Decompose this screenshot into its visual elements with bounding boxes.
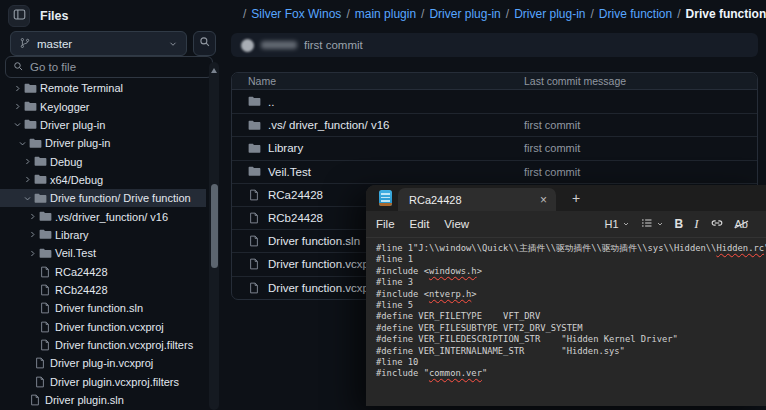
tree-item-label: Veil.Test — [55, 247, 96, 259]
sidebar-scrollbar[interactable] — [209, 62, 219, 410]
chevron-down-icon[interactable] — [13, 120, 24, 129]
scroll-up-arrow[interactable] — [211, 68, 217, 73]
file-explorer-panel: Files master Go to file Remote TerminalK… — [0, 0, 224, 410]
new-tab-button[interactable]: + — [566, 188, 586, 208]
tree-item[interactable]: Driver plug-in — [0, 116, 206, 134]
menu-file[interactable]: File — [376, 218, 395, 230]
panel-title: Files — [40, 9, 69, 23]
menu-edit[interactable]: Edit — [410, 218, 430, 230]
tree-item[interactable]: Keylogger — [0, 97, 206, 115]
file-icon — [39, 339, 55, 351]
tree-item[interactable]: Driver function.sln — [0, 299, 206, 317]
chevron-right-icon[interactable] — [13, 102, 24, 111]
file-name-link[interactable]: RCb24428 — [268, 212, 323, 224]
list-icon — [641, 217, 653, 231]
git-branch-icon — [19, 35, 31, 53]
file-name-link[interactable]: Veil.Test — [268, 166, 311, 178]
code-text: > — [471, 289, 476, 299]
chevron-down-icon — [168, 35, 178, 53]
chevron-down-icon — [656, 218, 664, 230]
tree-item[interactable]: Driver plug-in — [0, 134, 206, 152]
tree-item[interactable]: RCb24428 — [0, 281, 206, 299]
tree-item[interactable]: Driver plugin.sln — [0, 391, 206, 409]
tree-item-label: RCa24428 — [55, 266, 108, 278]
tree-item-label: x64/Debug — [50, 174, 103, 186]
close-tab-icon[interactable]: × — [540, 193, 547, 207]
breadcrumb-link[interactable]: Drive function — [599, 7, 672, 21]
file-icon — [248, 212, 268, 224]
folder-icon — [39, 247, 55, 260]
code-line: #include "common.ver" — [376, 368, 766, 379]
tree-item[interactable]: .vs/driver_function/ v16 — [0, 207, 206, 225]
breadcrumb-separator: / — [346, 7, 349, 21]
file-name-link[interactable]: .vs/ driver_function/ v16 — [268, 119, 389, 131]
tree-item[interactable]: Driver plug-in.vcxproj — [0, 354, 206, 372]
commit-message[interactable]: first commit — [304, 39, 363, 51]
chevron-right-icon[interactable] — [28, 249, 39, 258]
go-to-file-input[interactable]: Go to file — [5, 56, 213, 78]
editor-content[interactable]: #line 1"J:\\window\\Quick\\主插件\\驱动插件\\驱动… — [366, 238, 766, 406]
file-icon — [248, 189, 268, 201]
menu-view[interactable]: View — [444, 218, 469, 230]
code-line: #include <ntverp.h> — [376, 289, 766, 300]
list-dropdown[interactable] — [641, 217, 664, 231]
code-line: #define VER_FILEDESCRIPTION_STR "Hidden … — [376, 334, 766, 345]
chevron-down-icon[interactable] — [18, 139, 29, 148]
tab-bar: RCa24428 × + — [366, 185, 766, 211]
folder-icon — [34, 173, 50, 186]
search-button[interactable] — [193, 31, 216, 56]
tree-item[interactable]: Veil.Test — [0, 244, 206, 262]
breadcrumb-link[interactable]: main plugin — [355, 7, 416, 21]
code-text: #include < — [376, 266, 429, 276]
table-row: Libraryfirst commit — [232, 136, 757, 159]
breadcrumb-link[interactable]: Silver Fox Winos — [251, 7, 341, 21]
clear-formatting-button[interactable]: Ab — [735, 218, 748, 230]
scrollbar-thumb[interactable] — [211, 184, 218, 268]
tree-item-label: Driver function.vcxproj.filters — [55, 339, 193, 351]
tree-item[interactable]: Drive function/ Drive function — [0, 189, 206, 207]
tree-item-label: Remote Terminal — [40, 82, 123, 94]
search-icon — [13, 58, 24, 76]
file-name-link[interactable]: RCa24428 — [268, 189, 323, 201]
last-commit-message: first commit — [524, 119, 580, 131]
tree-item[interactable]: x64/Debug — [0, 171, 206, 189]
tree-item[interactable]: Debug — [0, 152, 206, 170]
italic-button[interactable]: I — [694, 216, 698, 232]
tree-item-label: Driver plug-in — [45, 137, 110, 149]
breadcrumb-separator: / — [243, 7, 246, 21]
avatar — [241, 39, 254, 52]
table-row: .. — [232, 90, 757, 113]
breadcrumb-link[interactable]: Driver plug-in — [514, 7, 585, 21]
tab-rca24428[interactable]: RCa24428 × — [398, 188, 556, 211]
file-name-link[interactable]: Driver function.sln — [268, 235, 360, 247]
breadcrumb-link[interactable]: Driver plug-in — [429, 7, 500, 21]
code-text: #line 1"J:\\window\\Quick\\主插件\\驱动插件\\驱动… — [376, 243, 716, 253]
code-text: #define VER_FILESUBTYPE VFT2_DRV_SYSTEM — [376, 323, 583, 333]
tree-item[interactable]: Driver function.vcxproj — [0, 317, 206, 335]
file-name-link[interactable]: Library — [268, 142, 303, 154]
file-name-link[interactable]: Driver function.vcxproj — [268, 258, 382, 270]
heading-dropdown[interactable]: H1 — [604, 218, 629, 230]
file-name-link[interactable]: .. — [268, 96, 274, 108]
chevron-right-icon[interactable] — [23, 157, 34, 166]
tree-item[interactable]: RCa24428 — [0, 262, 206, 280]
collapse-sidebar-button[interactable] — [8, 5, 30, 27]
chevron-down-icon[interactable] — [23, 194, 34, 203]
tree-item-label: .vs/driver_function/ v16 — [55, 211, 168, 223]
link-button[interactable] — [710, 216, 724, 232]
tree-item[interactable]: Remote Terminal — [0, 79, 206, 97]
breadcrumb-separator: / — [677, 7, 680, 21]
chevron-right-icon[interactable] — [13, 84, 24, 93]
tree-item[interactable]: Driver plugin.vcxproj.filters — [0, 373, 206, 391]
folder-icon — [29, 137, 45, 150]
bold-button[interactable]: B — [675, 217, 684, 231]
tree-item[interactable]: Driver function.vcxproj.filters — [0, 336, 206, 354]
folder-icon — [24, 82, 40, 95]
branch-selector[interactable]: master — [10, 31, 187, 56]
file-icon — [34, 376, 50, 388]
chevron-right-icon[interactable] — [28, 230, 39, 239]
tree-item[interactable]: Library — [0, 226, 206, 244]
chevron-right-icon[interactable] — [28, 212, 39, 221]
code-line: #define VER_FILETYPE VFT_DRV — [376, 311, 766, 322]
chevron-right-icon[interactable] — [23, 175, 34, 184]
